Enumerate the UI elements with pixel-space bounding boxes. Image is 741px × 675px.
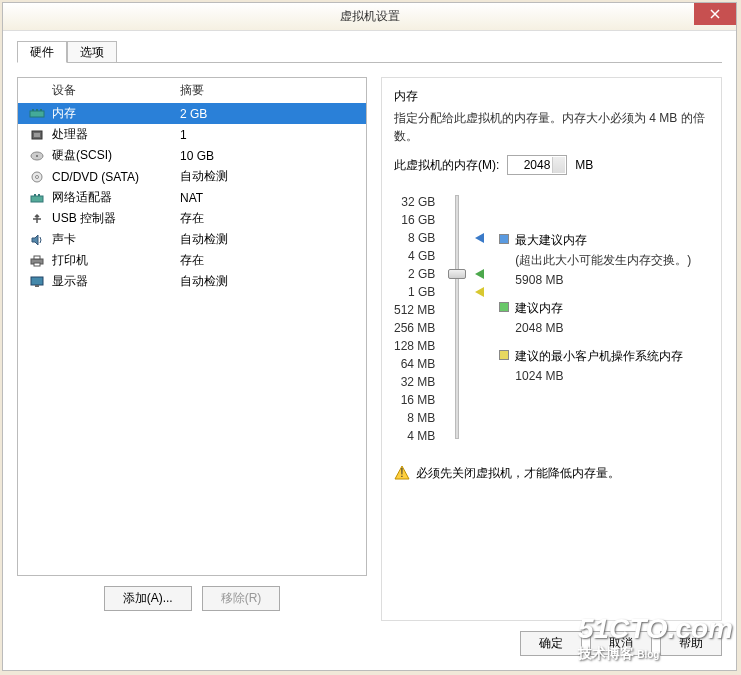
legend-rec: 建议内存 <box>515 299 563 317</box>
titlebar: 虚拟机设置 <box>3 3 736 31</box>
device-name: 声卡 <box>52 231 180 248</box>
cd-icon <box>28 170 46 184</box>
device-row-usb[interactable]: USB 控制器存在 <box>18 208 366 229</box>
legend-min-icon <box>499 350 509 360</box>
memory-desc: 指定分配给此虚拟机的内存量。内存大小必须为 4 MB 的倍数。 <box>394 109 709 145</box>
device-row-memory[interactable]: 内存2 GB <box>18 103 366 124</box>
slider-markers <box>475 193 493 445</box>
tab-bar: 硬件 选项 <box>17 41 722 63</box>
slider-tick: 2 GB <box>408 265 439 283</box>
device-summary: 存在 <box>180 252 204 269</box>
svg-rect-10 <box>31 196 43 202</box>
memory-title: 内存 <box>394 88 709 105</box>
device-name: 显示器 <box>52 273 180 290</box>
device-summary: 存在 <box>180 210 204 227</box>
device-name: 内存 <box>52 105 180 122</box>
slider-tick: 8 MB <box>407 409 439 427</box>
legend-max: 最大建议内存 <box>515 231 587 249</box>
close-icon <box>710 9 720 19</box>
slider-tick: 8 GB <box>408 229 439 247</box>
device-row-cpu[interactable]: 处理器1 <box>18 124 366 145</box>
warning-icon: ! <box>394 465 410 481</box>
memory-input[interactable] <box>507 155 567 175</box>
display-icon <box>28 275 46 289</box>
device-summary: 1 <box>180 128 187 142</box>
cpu-icon <box>28 128 46 142</box>
add-button[interactable]: 添加(A)... <box>104 586 192 611</box>
svg-rect-2 <box>36 109 38 111</box>
memory-label: 此虚拟机的内存(M): <box>394 157 499 174</box>
svg-rect-14 <box>34 256 40 259</box>
slider-tick: 64 MB <box>401 355 440 373</box>
memory-panel: 内存 指定分配给此虚拟机的内存量。内存大小必须为 4 MB 的倍数。 此虚拟机的… <box>381 77 722 621</box>
marker-recommended-icon <box>475 269 484 279</box>
slider-tick: 128 MB <box>394 337 439 355</box>
device-name: USB 控制器 <box>52 210 180 227</box>
slider-tick: 32 GB <box>401 193 439 211</box>
device-row-display[interactable]: 显示器自动检测 <box>18 271 366 292</box>
slider-tick: 512 MB <box>394 301 439 319</box>
device-summary: NAT <box>180 191 203 205</box>
printer-icon <box>28 254 46 268</box>
legend-max-note: (超出此大小可能发生内存交换。) <box>515 251 709 269</box>
device-name: 打印机 <box>52 252 180 269</box>
legend-max-val: 5908 MB <box>515 271 709 289</box>
device-name: 处理器 <box>52 126 180 143</box>
device-summary: 10 GB <box>180 149 214 163</box>
marker-min-icon <box>475 287 484 297</box>
device-summary: 自动检测 <box>180 273 228 290</box>
svg-rect-11 <box>34 194 36 196</box>
disk-icon <box>28 149 46 163</box>
slider-ticks: 32 GB16 GB8 GB4 GB2 GB1 GB512 MB256 MB12… <box>394 193 439 445</box>
ok-button[interactable]: 确定 <box>520 631 582 656</box>
device-row-sound[interactable]: 声卡自动检测 <box>18 229 366 250</box>
device-row-disk[interactable]: 硬盘(SCSI)10 GB <box>18 145 366 166</box>
legend-max-icon <box>499 234 509 244</box>
device-name: CD/DVD (SATA) <box>52 170 180 184</box>
tab-options[interactable]: 选项 <box>67 41 117 63</box>
slider-tick: 16 MB <box>401 391 440 409</box>
slider-tick: 1 GB <box>408 283 439 301</box>
svg-rect-16 <box>31 277 43 285</box>
svg-rect-12 <box>38 194 40 196</box>
slider-tick: 32 MB <box>401 373 440 391</box>
slider-tick: 256 MB <box>394 319 439 337</box>
net-icon <box>28 191 46 205</box>
device-row-printer[interactable]: 打印机存在 <box>18 250 366 271</box>
device-row-net[interactable]: 网络适配器NAT <box>18 187 366 208</box>
device-list-header: 设备 摘要 <box>18 78 366 103</box>
close-button[interactable] <box>694 3 736 25</box>
device-summary: 自动检测 <box>180 168 228 185</box>
svg-text:!: ! <box>400 466 403 480</box>
remove-button[interactable]: 移除(R) <box>202 586 281 611</box>
column-summary: 摘要 <box>180 82 204 99</box>
svg-point-7 <box>36 155 38 157</box>
svg-rect-1 <box>32 109 34 111</box>
tab-hardware[interactable]: 硬件 <box>17 41 67 63</box>
device-name: 硬盘(SCSI) <box>52 147 180 164</box>
device-row-cd[interactable]: CD/DVD (SATA)自动检测 <box>18 166 366 187</box>
column-device: 设备 <box>52 82 180 99</box>
svg-rect-3 <box>40 109 42 111</box>
usb-icon <box>28 212 46 226</box>
svg-rect-17 <box>35 285 39 287</box>
memory-unit: MB <box>575 158 593 172</box>
svg-rect-15 <box>34 263 40 266</box>
legend-rec-icon <box>499 302 509 312</box>
slider-tick: 16 GB <box>401 211 439 229</box>
svg-rect-0 <box>30 111 44 117</box>
legend-min: 建议的最小客户机操作系统内存 <box>515 347 683 365</box>
slider-tick: 4 MB <box>407 427 439 445</box>
svg-rect-5 <box>34 133 40 137</box>
memory-slider[interactable] <box>445 193 469 445</box>
warning-text: 必须先关闭虚拟机，才能降低内存量。 <box>416 465 620 482</box>
memory-icon <box>28 107 46 121</box>
window-title: 虚拟机设置 <box>340 8 400 25</box>
legend-min-val: 1024 MB <box>515 367 709 385</box>
marker-max-icon <box>475 233 484 243</box>
slider-tick: 4 GB <box>408 247 439 265</box>
device-name: 网络适配器 <box>52 189 180 206</box>
sound-icon <box>28 233 46 247</box>
slider-thumb[interactable] <box>448 269 466 279</box>
device-summary: 自动检测 <box>180 231 228 248</box>
